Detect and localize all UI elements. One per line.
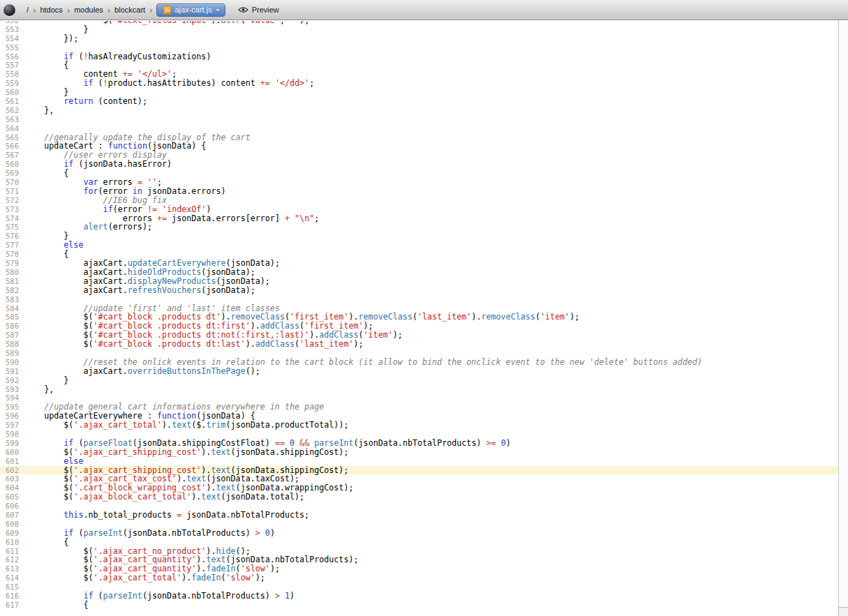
code-line[interactable]: 588 $('#cart_block .products dt:last').a… [0,340,838,349]
line-number[interactable]: 557 [0,61,21,70]
breadcrumb-root[interactable]: / [22,6,33,14]
code-line[interactable]: 576 } [0,232,838,241]
code-line[interactable]: 607 this.nb_total_products = jsonData.nb… [0,511,838,520]
line-number[interactable]: 599 [0,439,21,448]
code-line[interactable]: 561 return (content); [0,97,838,106]
line-number[interactable]: 588 [0,340,21,349]
line-number[interactable]: 596 [0,412,21,421]
breadcrumb-blockcart[interactable]: blockcart [110,6,149,14]
line-number[interactable]: 616 [0,592,21,601]
line-number[interactable]: 612 [0,555,21,564]
line-number[interactable]: 572 [0,196,21,205]
line-number[interactable]: 559 [0,79,21,88]
line-number[interactable]: 569 [0,169,21,178]
line-number[interactable]: 554 [0,34,21,43]
code-line[interactable]: 563 [0,115,838,124]
line-number[interactable]: 606 [0,502,21,511]
code-line[interactable]: 575 alert(errors); [0,223,838,232]
code-line[interactable]: 568 if (jsonData.hasError) [0,160,838,169]
code-line[interactable]: 562 }, [0,106,838,115]
line-number[interactable]: 563 [0,115,21,124]
line-number[interactable]: 564 [0,124,21,133]
chevron-down-icon: ▾ [216,7,219,13]
line-number[interactable]: 609 [0,529,21,538]
line-number[interactable]: 582 [0,286,21,295]
line-number[interactable]: 570 [0,178,21,187]
line-number[interactable]: 608 [0,520,21,529]
line-number[interactable]: 587 [0,331,21,340]
code-line[interactable]: 559 if (!product.hasAttributes) content … [0,79,838,88]
line-number[interactable]: 562 [0,106,21,115]
vertical-scrollbar[interactable] [838,21,848,616]
line-number[interactable]: 558 [0,70,21,79]
code-line[interactable]: 556 if (!hasAlreadyCustomizations) [0,52,838,61]
line-number[interactable]: 611 [0,547,21,556]
line-number[interactable]: 598 [0,430,21,439]
line-number[interactable]: 617 [0,601,21,610]
line-number[interactable]: 576 [0,232,21,241]
line-number[interactable]: 565 [0,133,21,142]
line-number[interactable]: 575 [0,223,21,232]
line-number[interactable]: 594 [0,393,21,403]
line-number[interactable]: 603 [0,474,21,483]
code-line[interactable]: 591 ajaxCart.overrideButtonsInThePage(); [0,367,838,376]
code-line[interactable]: 614 $('.ajax_cart_total').fadeIn('slow')… [0,573,838,583]
line-number[interactable]: 615 [0,583,21,592]
line-number[interactable]: 589 [0,349,21,358]
editor[interactable]: 552 $('#text_fields input').attr('value'… [0,21,838,616]
line-number[interactable]: 571 [0,187,21,196]
breadcrumb-htdocs[interactable]: htdocs [36,6,66,14]
line-number[interactable]: 583 [0,295,21,304]
preview-button[interactable]: Preview [238,6,279,14]
line-number[interactable]: 602 [0,466,21,475]
line-number[interactable]: 574 [0,214,21,223]
line-number[interactable]: 556 [0,52,21,61]
line-number[interactable]: 585 [0,313,21,322]
line-number[interactable]: 555 [0,43,21,52]
line-number[interactable]: 607 [0,511,21,520]
line-number[interactable]: 567 [0,151,21,160]
code-line[interactable]: 554 }); [0,34,838,43]
line-number[interactable]: 579 [0,259,21,268]
line-number[interactable]: 597 [0,421,21,430]
code-line[interactable]: 553 } [0,25,838,34]
line-number[interactable]: 553 [0,25,21,34]
line-number[interactable]: 586 [0,322,21,331]
line-number[interactable]: 568 [0,160,21,169]
line-number[interactable]: 584 [0,304,21,313]
breadcrumb-modules[interactable]: modules [70,6,107,14]
line-number[interactable]: 604 [0,483,21,493]
code-line[interactable]: 605 $('.ajax_block_cart_total').text(jso… [0,493,838,502]
code-line[interactable]: 616 if (parseInt(jsonData.nbTotalProduct… [0,592,838,601]
line-number[interactable]: 578 [0,250,21,259]
root-icon[interactable] [3,4,15,16]
line-number[interactable]: 593 [0,385,21,394]
line-number[interactable]: 600 [0,448,21,457]
line-number[interactable]: 591 [0,367,21,376]
active-file-tab[interactable]: js ajax-cart.js ▾ [156,3,225,17]
code-line[interactable]: 582 ajaxCart.refreshVouchers(jsonData); [0,286,838,295]
line-number[interactable]: 581 [0,277,21,286]
code-line[interactable]: 593 }, [0,385,838,394]
code-line[interactable]: 600 $('.ajax_cart_shipping_cost').text(j… [0,448,838,457]
line-number[interactable]: 601 [0,457,21,466]
code-line[interactable]: 597 $('.ajax_cart_total').text($.trim(js… [0,421,838,430]
line-number[interactable]: 560 [0,88,21,97]
line-number[interactable]: 580 [0,268,21,277]
line-number[interactable]: 577 [0,241,21,250]
line-number[interactable]: 561 [0,97,21,106]
code-line[interactable]: 577 else [0,241,838,250]
line-number[interactable]: 592 [0,376,21,385]
code-line[interactable]: 609 if (parseInt(jsonData.nbTotalProduct… [0,529,838,538]
code-text: ajaxCart.refreshVouchers(jsonData); [21,286,255,295]
line-number[interactable]: 566 [0,142,21,151]
line-number[interactable]: 595 [0,403,21,412]
line-number[interactable]: 614 [0,573,21,583]
line-number[interactable]: 590 [0,358,21,367]
line-number[interactable]: 605 [0,493,21,502]
code-line[interactable]: 592 } [0,376,838,385]
code-line[interactable]: 617 { [0,601,838,610]
line-number[interactable]: 573 [0,205,21,214]
line-number[interactable]: 613 [0,564,21,573]
line-number[interactable]: 610 [0,538,21,547]
